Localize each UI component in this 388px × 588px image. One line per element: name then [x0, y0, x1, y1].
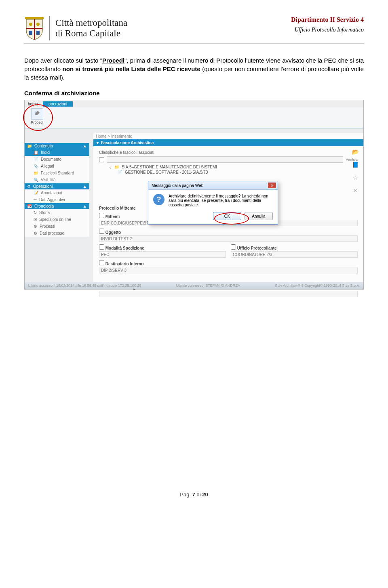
- destinatario-checkbox[interactable]: [99, 260, 104, 265]
- sidebar-item-indici[interactable]: 📋Indici: [25, 149, 89, 156]
- collapse-icon[interactable]: ▲: [83, 204, 87, 208]
- sidebar-item-spedizioni[interactable]: ✉Spedizioni on-line: [25, 216, 89, 223]
- para-pre: Dopo aver cliccato sul tasto ": [24, 57, 102, 64]
- label-oggetto: Oggetto: [105, 230, 121, 235]
- page-footer: Pag. 7 di 20: [24, 491, 364, 498]
- list-icon: 📋: [34, 150, 38, 155]
- tab-home[interactable]: home: [28, 102, 38, 106]
- breadcrumb: Home > Inserimento: [93, 133, 363, 139]
- sidebar-item-annotazioni[interactable]: 📝Annotazioni: [25, 189, 89, 196]
- dept-name: Dipartimento II Servizio 4: [291, 16, 364, 23]
- document-header: Città metropolitana di Roma Capitale Dip…: [24, 16, 364, 44]
- gear-icon: ⚙: [27, 184, 31, 189]
- gear-icon: ⚙: [34, 231, 37, 235]
- mail-icon: ✉: [34, 217, 37, 222]
- fascicolazione-body: Classifiche e fascicoli associati Verifi…: [93, 146, 363, 179]
- mittenti-checkbox[interactable]: [99, 213, 104, 218]
- modalita-value[interactable]: PEC: [99, 251, 226, 258]
- folder-icon: 📁: [34, 171, 38, 175]
- gear-icon: ⚙: [34, 224, 37, 229]
- section-title: Conferma di archiviazione: [24, 90, 364, 97]
- tab-operazioni[interactable]: operazioni: [43, 101, 73, 107]
- office-name: Ufficio Protocollo Informatico: [291, 27, 364, 33]
- para-procedi: Procedi: [102, 57, 124, 64]
- svg-point-1: [36, 23, 40, 26]
- pencil-icon: ✏: [34, 197, 37, 202]
- org-title: Città metropolitana di Roma Capitale: [49, 16, 127, 40]
- sidebar-section-contenuto[interactable]: 📁Contenuto ▲: [25, 143, 89, 149]
- close-icon[interactable]: ✕: [351, 187, 359, 195]
- modalita-checkbox[interactable]: [99, 244, 104, 250]
- doc-icon: 📄: [34, 157, 38, 162]
- calendar-icon: 📅: [27, 204, 32, 208]
- procedi-button[interactable]: Procedi: [28, 108, 46, 127]
- dialog-ok-button[interactable]: OK: [213, 212, 241, 220]
- status-center: Utente connesso: STEFANINI ANDREA: [176, 284, 240, 288]
- sidebar-section-operazioni[interactable]: ⚙Operazioni ▲: [25, 183, 89, 189]
- star-icon[interactable]: ☆: [351, 174, 359, 182]
- folder-icon: 📁: [114, 165, 119, 169]
- info-icon: ?: [153, 194, 164, 205]
- note-icon: 📝: [34, 191, 38, 195]
- label-ufficio: Ufficio Protocollante: [237, 246, 277, 250]
- sidebar-item-allegati[interactable]: 📎Allegati: [25, 163, 89, 170]
- dialog-close-button[interactable]: ✕: [268, 183, 276, 188]
- folder-icon: 📁: [27, 144, 32, 148]
- sidebar-item-visibilita[interactable]: 🔍Visibilità: [25, 176, 89, 183]
- destinatario-value[interactable]: DIP 2/SERV 3: [99, 267, 358, 273]
- ufficio-value[interactable]: COORDINATORE 2/3: [231, 251, 358, 258]
- ufficio-checkbox[interactable]: [231, 244, 236, 250]
- instruction-paragraph: Dopo aver cliccato sul tasto "Procedi", …: [24, 56, 364, 82]
- org-line2: di Roma Capitale: [55, 28, 127, 39]
- dialog-title: Messaggio dalla pagina Web: [152, 183, 203, 188]
- book-icon[interactable]: 📘: [351, 161, 359, 169]
- app-screenshot: home operazioni Procedi 📁Contenuto ▲ 📋In…: [24, 100, 364, 290]
- footer-pre: Pag.: [180, 491, 192, 498]
- tree-node-2[interactable]: 📄GESTIONE DEL SOFTWARE - 2011-SIA.5/70: [118, 170, 358, 175]
- collapse-icon[interactable]: ▲: [83, 184, 87, 189]
- org-line1: Città metropolitana: [55, 18, 127, 28]
- classification-input[interactable]: [107, 156, 343, 163]
- oggetto-checkbox[interactable]: [99, 229, 104, 234]
- search-icon: 🔍: [34, 178, 38, 182]
- procedi-label: Procedi: [28, 120, 46, 124]
- status-right: Siav Archiflow® 8 Copyright© 1990-2014 S…: [275, 284, 360, 288]
- para-bold: non si troverà più nella Lista delle PEC…: [63, 65, 200, 72]
- footer-page: 7: [192, 491, 195, 498]
- chevron-down-icon: ⌄: [109, 165, 112, 169]
- header-left: Città metropolitana di Roma Capitale: [24, 16, 127, 40]
- procedi-icon: [31, 108, 43, 120]
- sidebar-item-documento[interactable]: 📄Documento: [25, 156, 89, 163]
- collapse-icon[interactable]: ▲: [83, 144, 87, 148]
- label-mittenti: Mittenti: [105, 214, 120, 219]
- classification-tree: ⌄📁SIA.5–GESTIONE E MANUTENZIONE DEI SIST…: [109, 164, 358, 175]
- tree-node-1[interactable]: ⌄📁SIA.5–GESTIONE E MANUTENZIONE DEI SIST…: [109, 164, 358, 170]
- sidebar-item-fascicoli[interactable]: 📁Fascicoli Standard: [25, 170, 89, 176]
- chevron-down-icon: ▾: [97, 141, 99, 145]
- dialog-titlebar: Messaggio dalla pagina Web ✕: [148, 181, 278, 190]
- clip-icon: 📎: [34, 164, 38, 168]
- svg-rect-2: [29, 31, 32, 35]
- label-modalita: Modalità Spedizione: [105, 246, 144, 250]
- sidebar-section-cronologia[interactable]: 📅Cronologia ▲: [25, 203, 89, 209]
- folder-open-icon[interactable]: 📂: [351, 148, 359, 156]
- status-bar: Ultimo accesso il 19/02/2014 alle 16:58:…: [25, 282, 363, 289]
- sidebar: 📁Contenuto ▲ 📋Indici 📄Documento 📎Allegat…: [25, 143, 89, 237]
- dialog-message: Archiviare definitivamente il messaggio?…: [169, 194, 273, 207]
- oggetto-value[interactable]: INVIO DI TEST 2: [99, 235, 358, 242]
- footer-mid: di: [195, 491, 202, 498]
- fasc-sublabel: Classifiche e fascicoli associati: [99, 150, 358, 155]
- dialog-cancel-button[interactable]: Annulla: [245, 212, 273, 220]
- mittenti-anagrafica-value[interactable]: [99, 291, 358, 297]
- top-tabs: home operazioni: [25, 100, 363, 107]
- sidebar-item-storia[interactable]: ↻Storia: [25, 209, 89, 216]
- label-destinatario: Destinatario Interno: [105, 262, 143, 266]
- svg-rect-3: [36, 31, 40, 35]
- sidebar-item-dati-agg[interactable]: ✏Dati Aggiuntivi: [25, 196, 89, 203]
- select-all-checkbox[interactable]: [99, 157, 104, 162]
- fascicolazione-header[interactable]: ▾Fascicolazione Archivistica: [93, 139, 363, 146]
- doc-icon: 📄: [118, 170, 122, 174]
- sidebar-item-processi[interactable]: ⚙Processi: [25, 223, 89, 230]
- right-tile-icons: 📂 📘 ☆ ✕: [351, 148, 359, 195]
- sidebar-item-dati-processo[interactable]: ⚙Dati processo: [25, 230, 89, 237]
